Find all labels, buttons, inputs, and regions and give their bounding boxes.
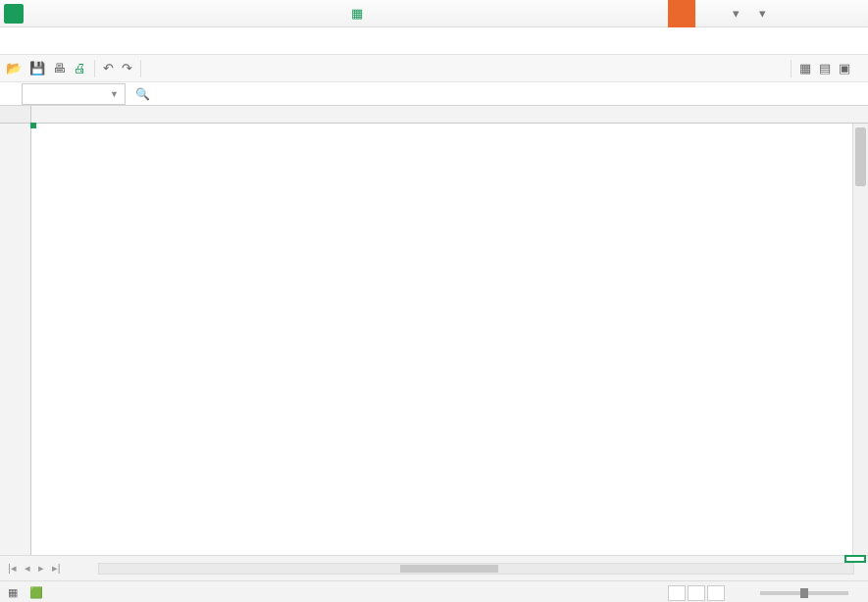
view-mode-buttons bbox=[668, 585, 725, 601]
tool-icon-2[interactable]: ▤ bbox=[819, 61, 831, 75]
open-icon[interactable]: 📂 bbox=[6, 61, 22, 75]
doc-icon: ▦ bbox=[351, 6, 363, 21]
separator bbox=[140, 60, 141, 77]
zoom-knob[interactable] bbox=[800, 588, 808, 598]
print-icon[interactable]: 🖨 bbox=[74, 61, 86, 75]
sheet-area bbox=[0, 106, 868, 555]
formula-controls: 🔍 bbox=[126, 87, 170, 101]
print-preview-icon[interactable]: 🖶 bbox=[53, 61, 66, 75]
row-headers bbox=[0, 124, 31, 555]
separator bbox=[94, 60, 95, 77]
select-all-corner[interactable] bbox=[0, 106, 31, 123]
selection-outline bbox=[31, 124, 35, 127]
titlebar: ▦ ▾ ▾ bbox=[0, 0, 868, 27]
view-page[interactable] bbox=[688, 585, 705, 601]
name-box[interactable]: ▼ bbox=[22, 83, 126, 105]
view-break[interactable] bbox=[707, 585, 725, 601]
window-title: ▦ bbox=[49, 6, 668, 21]
horizontal-scrollbar[interactable] bbox=[98, 563, 854, 575]
zoom-slider[interactable] bbox=[760, 591, 848, 595]
save-icon[interactable]: 💾 bbox=[29, 61, 45, 75]
grid-icon[interactable]: ▦ bbox=[8, 586, 18, 599]
sheet-nav-next[interactable]: ▸ bbox=[36, 562, 46, 575]
scroll-thumb[interactable] bbox=[855, 127, 866, 186]
vertical-scrollbar[interactable] bbox=[852, 124, 868, 555]
formula-search-icon[interactable]: 🔍 bbox=[135, 87, 150, 101]
separator bbox=[791, 60, 791, 77]
app-icon[interactable]: 🟩 bbox=[29, 586, 43, 599]
column-headers bbox=[0, 106, 868, 124]
sheet-nav-last[interactable]: ▸| bbox=[50, 562, 63, 575]
tool-icon-1[interactable]: ▦ bbox=[799, 61, 811, 75]
menubar bbox=[0, 27, 868, 55]
undo-icon[interactable]: ↶ bbox=[103, 61, 114, 75]
scroll-thumb[interactable] bbox=[400, 565, 498, 573]
login-button[interactable] bbox=[668, 0, 695, 27]
app-logo-icon bbox=[4, 4, 24, 24]
sheet-tab-bar: |◂ ◂ ▸ ▸| bbox=[0, 555, 868, 580]
title-icon-group: ▾ ▾ bbox=[695, 6, 868, 21]
statusbar: ▦ 🟩 bbox=[0, 580, 868, 602]
watermark bbox=[844, 555, 866, 563]
chevron-down-icon: ▼ bbox=[110, 89, 119, 99]
sheet-nav-prev[interactable]: ◂ bbox=[23, 562, 32, 575]
tool-icon-3[interactable]: ▣ bbox=[839, 61, 850, 75]
view-normal[interactable] bbox=[668, 585, 686, 601]
grid[interactable] bbox=[31, 124, 868, 555]
sheet-nav-first[interactable]: |◂ bbox=[6, 562, 19, 575]
redo-icon[interactable]: ↷ bbox=[122, 61, 132, 75]
toolbar: 📂 💾 🖶 🖨 ↶ ↷ ▦ ▤ ▣ bbox=[0, 55, 868, 82]
formula-bar: ▼ 🔍 bbox=[0, 82, 868, 106]
fill-handle[interactable] bbox=[30, 123, 36, 128]
